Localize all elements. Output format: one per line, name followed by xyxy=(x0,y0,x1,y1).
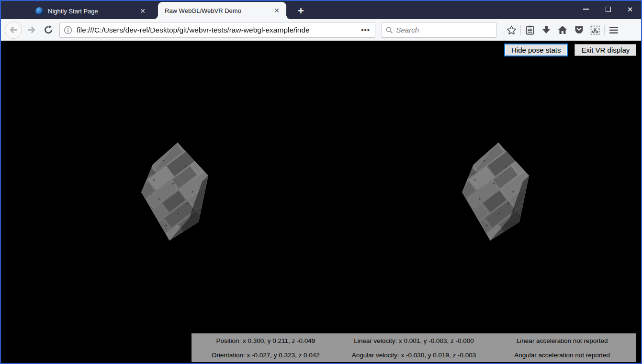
new-tab-button[interactable]: + xyxy=(293,6,309,16)
angular-acceleration-stat: Angular acceleration not reported xyxy=(488,352,636,359)
right-eye-cube xyxy=(461,142,532,242)
search-icon xyxy=(386,26,393,34)
home-button[interactable] xyxy=(554,23,571,37)
globe-favicon-icon xyxy=(35,7,44,15)
minimize-button[interactable] xyxy=(575,1,597,17)
home-icon xyxy=(558,25,567,34)
reload-button[interactable] xyxy=(41,23,56,37)
maximize-button[interactable] xyxy=(597,1,619,17)
orientation-stat: Orientation: x -0.027, y 0.323, z 0.042 xyxy=(191,352,340,359)
pocket-icon xyxy=(574,25,584,34)
tab-close-icon[interactable]: ✕ xyxy=(272,6,282,15)
hamburger-menu-icon xyxy=(609,27,618,33)
download-arrow-icon xyxy=(542,25,551,34)
titlebar-drag-space xyxy=(1,1,29,19)
tab-title: Raw WebGL/WebVR Demo xyxy=(165,7,272,14)
tab-nightly-start-page[interactable]: Nightly Start Page ✕ xyxy=(29,3,152,19)
screenshot-scissors-icon xyxy=(590,25,600,35)
forward-button[interactable] xyxy=(24,23,38,37)
reload-icon xyxy=(44,25,53,34)
minimize-icon xyxy=(583,9,589,10)
toolbar-action-icons xyxy=(503,23,622,37)
toolbar-divider xyxy=(520,25,521,35)
search-box[interactable] xyxy=(382,22,496,38)
page-actions-button[interactable]: ••• xyxy=(360,26,371,34)
menu-button[interactable] xyxy=(606,23,622,37)
tab-close-icon[interactable]: ✕ xyxy=(138,7,147,15)
reading-list-icon xyxy=(526,25,534,35)
screenshot-button[interactable] xyxy=(587,23,603,37)
reading-list-button[interactable] xyxy=(522,23,538,37)
pose-stats-panel: Position: x 0.300, y 0.211, z -0.049 Lin… xyxy=(191,333,636,362)
exit-vr-display-button[interactable]: Exit VR display xyxy=(574,44,636,56)
vr-control-buttons: Hide pose stats Exit VR display xyxy=(504,44,636,56)
page-info-icon[interactable] xyxy=(64,26,72,34)
downloads-button[interactable] xyxy=(538,23,554,37)
browser-window: Nightly Start Page ✕ Raw WebGL/WebVR Dem… xyxy=(0,0,642,364)
angular-velocity-stat: Angular velocity: x -0.030, y 0.019, z -… xyxy=(340,352,488,359)
position-stat: Position: x 0.300, y 0.211, z -0.049 xyxy=(191,337,340,344)
url-bar[interactable]: file:///C:/Users/dev-rel/Desktop/git/web… xyxy=(59,22,375,38)
window-controls: ✕ xyxy=(575,1,641,17)
linear-velocity-stat: Linear velocity: x 0.001, y -0.003, z -0… xyxy=(340,337,488,344)
search-input[interactable] xyxy=(396,26,492,34)
maximize-icon xyxy=(606,7,611,12)
close-window-button[interactable]: ✕ xyxy=(619,1,641,17)
hide-pose-stats-button[interactable]: Hide pose stats xyxy=(504,44,568,56)
bookmark-button[interactable] xyxy=(503,23,519,37)
pocket-button[interactable] xyxy=(571,23,587,37)
webgl-page-content: Hide pose stats Exit VR display Position… xyxy=(1,41,641,363)
left-eye-cube xyxy=(140,142,212,242)
back-arrow-icon xyxy=(10,26,18,33)
url-text: file:///C:/Users/dev-rel/Desktop/git/web… xyxy=(77,26,360,34)
toolbar-divider xyxy=(604,25,605,35)
tab-title: Nightly Start Page xyxy=(48,8,138,15)
tab-raw-webgl-webvr-demo[interactable]: Raw WebGL/WebVR Demo ✕ xyxy=(158,2,286,19)
close-icon: ✕ xyxy=(627,6,633,13)
navigation-toolbar: file:///C:/Users/dev-rel/Desktop/git/web… xyxy=(1,19,641,41)
forward-arrow-icon xyxy=(27,26,35,33)
linear-acceleration-stat: Linear acceleration not reported xyxy=(488,337,636,344)
back-button[interactable] xyxy=(5,22,22,39)
bookmark-star-icon xyxy=(507,25,517,35)
tab-bar: Nightly Start Page ✕ Raw WebGL/WebVR Dem… xyxy=(1,1,641,19)
